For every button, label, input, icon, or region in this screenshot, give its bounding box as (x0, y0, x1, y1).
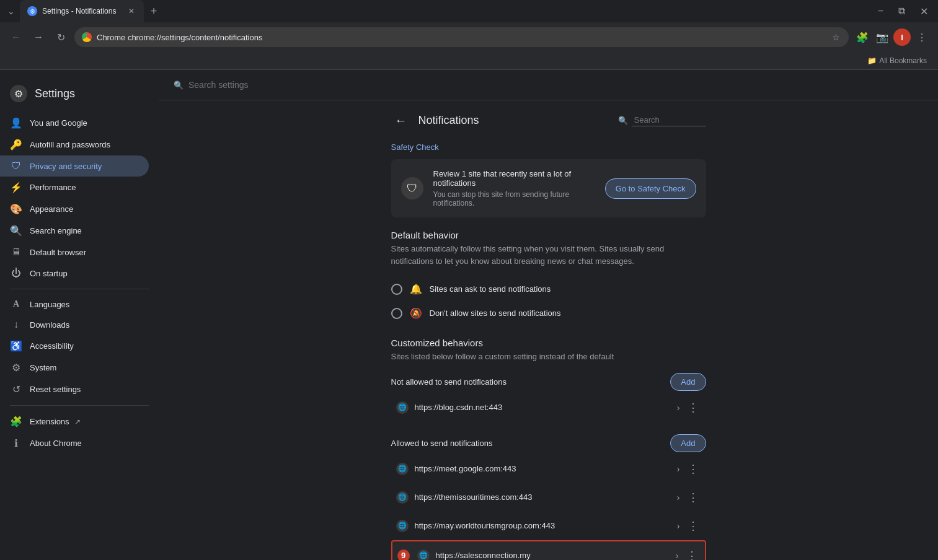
restore-btn[interactable]: ⧉ (893, 3, 910, 19)
safety-check-section: Safety Check 🛡 Review 1 site that recent… (391, 142, 706, 217)
list-item[interactable]: 🌐 https://may.worldtourismgroup.com:443 … (391, 512, 706, 540)
site-arrow-icon: › (677, 403, 680, 413)
close-btn[interactable]: ✕ (915, 3, 933, 20)
bookmark-star-btn[interactable]: ☆ (831, 31, 841, 43)
panel-search-input[interactable] (632, 114, 706, 126)
sidebar-item-about-chrome[interactable]: ℹ About Chrome (0, 432, 149, 454)
panel-search[interactable]: 🔍 (618, 114, 706, 126)
sidebar-item-downloads[interactable]: ↓ Downloads (0, 314, 149, 335)
not-allowed-label: Not allowed to send notifications (391, 377, 507, 387)
on-startup-label: On startup (30, 269, 68, 278)
sidebar-item-search-engine[interactable]: 🔍 Search engine (0, 220, 149, 242)
site-url-missouri: https://themissouritimes.com:443 (415, 492, 671, 502)
reset-label: Reset settings (30, 385, 81, 394)
site-arrow-icon: › (677, 521, 680, 531)
new-tab-btn[interactable]: + (146, 4, 161, 19)
site-favicon-missouri: 🌐 (396, 491, 409, 504)
active-tab[interactable]: ⚙ Settings - Notifications ✕ (20, 0, 144, 22)
address-url: chrome://settings/content/notifications (128, 33, 263, 42)
list-item[interactable]: 🌐 https://meet.google.com:443 › ⋮ (391, 455, 706, 483)
panel-back-btn[interactable]: ← (391, 110, 411, 130)
sidebar-item-reset[interactable]: ↺ Reset settings (0, 378, 149, 400)
downloads-icon: ↓ (10, 319, 22, 330)
panel-title: Notifications (418, 114, 479, 127)
tab-history-btn[interactable]: ⌄ (5, 5, 17, 17)
default-behavior-section: Default behavior Sites automatically fol… (391, 230, 706, 325)
sidebar-item-autofill[interactable]: 🔑 Autofill and passwords (0, 134, 149, 155)
main-layout: ⚙ Settings 👤 You and Google 🔑 Autofill a… (0, 70, 938, 560)
sidebar-item-languages[interactable]: A Languages (0, 294, 149, 314)
screenshot-btn[interactable]: 📷 (874, 28, 891, 46)
list-item[interactable]: 🌐 https://themissouritimes.com:443 › ⋮ (391, 483, 706, 512)
back-nav-btn[interactable]: ← (7, 28, 25, 46)
sidebar-item-performance[interactable]: ⚡ Performance (0, 177, 149, 198)
safety-text: Review 1 site that recently sent a lot o… (433, 169, 595, 208)
safety-subtitle: You can stop this site from sending futu… (433, 190, 595, 208)
search-settings-input[interactable] (188, 80, 923, 90)
bookmarks-folder-icon: 📁 (867, 56, 877, 65)
radio-deny-notifications[interactable]: 🔕 Don't allow sites to send notification… (391, 301, 706, 325)
autofill-icon: 🔑 (10, 139, 22, 151)
tab-close-btn[interactable]: ✕ (126, 6, 136, 16)
sidebar-item-appearance[interactable]: 🎨 Appearance (0, 198, 149, 220)
add-allowed-btn[interactable]: Add (670, 434, 706, 452)
more-menu-btn[interactable]: ⋮ (913, 28, 931, 46)
you-google-label: You and Google (30, 118, 87, 128)
settings-header: ⚙ Settings (0, 80, 159, 112)
site-favicon-meet: 🌐 (396, 463, 409, 475)
site-more-btn-worldtourism[interactable]: ⋮ (685, 518, 701, 534)
profile-btn[interactable]: I (893, 28, 911, 46)
site-actions-meet: › ⋮ (677, 461, 701, 477)
safety-title: Review 1 site that recently sent a lot o… (433, 169, 595, 188)
forward-nav-btn[interactable]: → (30, 28, 47, 46)
site-more-btn-salesconnection[interactable]: ⋮ (684, 548, 700, 561)
add-not-allowed-btn[interactable]: Add (670, 373, 706, 391)
default-browser-icon: 🖥 (10, 247, 22, 258)
sidebar-item-you-and-google[interactable]: 👤 You and Google (0, 112, 149, 134)
go-to-safety-check-btn[interactable]: Go to Safety Check (605, 178, 696, 199)
radio-allow-circle (391, 284, 402, 295)
list-item[interactable]: 🌐 https://blog.csdn.net:443 › ⋮ (391, 393, 706, 422)
site-actions-missouri: › ⋮ (677, 489, 701, 505)
panel-search-icon: 🔍 (618, 116, 628, 125)
search-engine-icon: 🔍 (10, 225, 22, 237)
tab-favicon: ⚙ (27, 6, 37, 16)
refresh-btn[interactable]: ↻ (52, 28, 69, 46)
minimize-btn[interactable]: − (873, 3, 888, 19)
settings-logo-icon: ⚙ (10, 85, 27, 102)
site-arrow-icon: › (676, 551, 679, 561)
site-more-btn-csdn[interactable]: ⋮ (685, 400, 701, 416)
sidebar-item-accessibility[interactable]: ♿ Accessibility (0, 335, 149, 357)
site-arrow-icon: › (677, 464, 680, 474)
sidebar-item-on-startup[interactable]: ⏻ On startup (0, 263, 149, 284)
sidebar-item-default-browser[interactable]: 🖥 Default browser (0, 242, 149, 263)
site-favicon-salesconnection: 🌐 (417, 549, 430, 561)
address-bar[interactable]: Chrome chrome://settings/content/notific… (74, 27, 849, 47)
address-label: Chrome chrome://settings/content/notific… (97, 33, 826, 42)
site-more-btn-missouri[interactable]: ⋮ (685, 489, 701, 505)
site-actions-salesconnection: › ⋮ (676, 548, 700, 561)
extensions-btn[interactable]: 🧩 (854, 28, 871, 46)
sidebar-item-privacy[interactable]: 🛡 Privacy and security (0, 155, 149, 177)
chrome-logo-icon (82, 32, 92, 42)
panel-title-row: ← Notifications (391, 110, 479, 130)
site-url-meet: https://meet.google.com:443 (415, 464, 671, 473)
site-more-btn-meet[interactable]: ⋮ (685, 461, 701, 477)
sidebar-item-system[interactable]: ⚙ System (0, 357, 149, 378)
safety-check-box: 🛡 Review 1 site that recently sent a lot… (391, 159, 706, 217)
extensions-sidebar-icon: 🧩 (10, 416, 22, 427)
settings-search-bar[interactable]: 🔍 (159, 70, 938, 100)
radio-deny-circle (391, 308, 402, 319)
settings-page-title: Settings (35, 87, 75, 100)
appearance-label: Appearance (30, 204, 73, 214)
downloads-label: Downloads (30, 320, 69, 330)
not-allowed-header: Not allowed to send notifications Add (391, 373, 706, 391)
privacy-label: Privacy and security (30, 162, 102, 171)
list-item-highlighted[interactable]: 9 🌐 https://salesconnection.my › ⋮ (391, 540, 706, 561)
sidebar-item-extensions[interactable]: 🧩 Extensions ↗ (0, 411, 149, 432)
languages-label: Languages (30, 300, 69, 309)
bookmarks-manager-item[interactable]: 📁 All Bookmarks (864, 55, 931, 66)
search-engine-label: Search engine (30, 226, 82, 235)
radio-allow-notifications[interactable]: 🔔 Sites can ask to send notifications (391, 277, 706, 301)
window-controls: − ⧉ ✕ (873, 3, 933, 20)
